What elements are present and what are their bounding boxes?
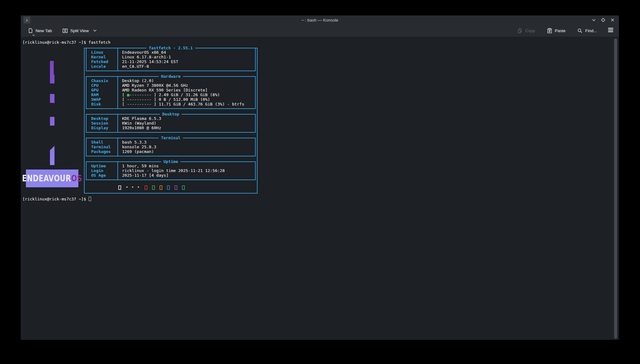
- fetch-label: Shell: [91, 140, 117, 145]
- copy-label: Copy: [525, 28, 535, 33]
- section-labels: UptimeLoginOS Age: [86, 162, 117, 180]
- palette-box: [118, 185, 121, 190]
- endeavouros-banner: ENDEAVOUROS: [26, 170, 78, 187]
- section-values: KDE Plasma 6.5.3KWin (Wayland)1920x1080 …: [117, 115, 255, 132]
- fetch-label: Locale: [91, 64, 117, 69]
- fetch-label: Desktop: [91, 116, 117, 121]
- fetch-value: en_CA.UTF-8: [122, 64, 255, 69]
- fetch-label: RAM: [91, 92, 117, 97]
- fastfetch-boxes: fastfetch - 2.55.1 LinuxKernelFetchedLoc…: [84, 48, 258, 194]
- fetch-label: CPU: [91, 83, 117, 88]
- window-title: ~ : bash — Konsole: [301, 18, 338, 22]
- maximize-button[interactable]: [599, 16, 607, 24]
- new-tab-label: New Tab: [36, 28, 52, 33]
- section-values: Desktop (2.0)AMD Ryzen 7 3800X @4.56 GHz…: [117, 77, 255, 108]
- maximize-icon: [601, 18, 605, 22]
- palette-box: [167, 185, 170, 190]
- palette-box: [160, 185, 162, 190]
- find-label: Find...: [585, 28, 597, 33]
- fetch-value: bash 5.3.3: [122, 140, 255, 145]
- fetch-value: Desktop (2.0): [122, 78, 255, 83]
- minimize-button[interactable]: [590, 16, 598, 24]
- copy-icon: [517, 28, 523, 33]
- new-tab-button[interactable]: New Tab: [26, 26, 54, 36]
- fetch-value: Linux 6.17.8-arch1-1: [122, 55, 255, 59]
- fetch-label: Kernel: [91, 55, 117, 59]
- fetch-label: Chassis: [91, 78, 117, 83]
- fetch-label: Disk: [91, 102, 117, 106]
- banner-text-endeavour: ENDEAVOUR: [22, 173, 71, 184]
- fetch-label: Login: [91, 168, 117, 173]
- search-icon: [577, 28, 583, 33]
- fetch-value: konsole 25.8.3: [122, 145, 255, 149]
- section-labels: ChassisCPUGPURAMSWAPDisk: [86, 77, 117, 108]
- fastfetch-outer-box: fastfetch - 2.55.1 LinuxKernelFetchedLoc…: [84, 48, 258, 194]
- chevron-down-icon: [93, 29, 97, 32]
- fetch-value: 1269 (pacman): [122, 149, 255, 154]
- fetch-label: GPU: [91, 88, 117, 92]
- scrollbar-thumb[interactable]: [614, 38, 617, 339]
- scrollbar-separator: [613, 37, 613, 340]
- close-icon: [610, 18, 615, 22]
- fetch-label: Linux: [91, 50, 117, 55]
- fetch-value: [ ■--------- ] 2.49 GiB / 31.26 GiB (8%): [122, 92, 255, 97]
- find-button[interactable]: Find...: [575, 26, 599, 36]
- fetch-value: 2025-11-17 [4 days]: [122, 173, 255, 178]
- konsole-icon[interactable]: ›: [23, 17, 30, 23]
- hamburger-icon: [608, 27, 614, 32]
- kde-logo-text: KDE: [50, 52, 55, 170]
- prompt-text: [ricklinux@rick-ms7c37 ~]$: [22, 197, 86, 201]
- fastfetch-section-hardware: HardwareChassisCPUGPURAMSWAPDiskDesktop …: [86, 76, 256, 109]
- prompt-line-1: [ricklinux@rick-ms7c37 ~]$ fastfetch: [22, 40, 609, 45]
- fetch-label: Terminal: [91, 145, 117, 149]
- fetch-label: Session: [91, 121, 117, 125]
- fetch-value: [ ---------- ] 11.71 GiB / 463.76 GiB (3…: [122, 102, 255, 106]
- close-button[interactable]: [609, 16, 616, 24]
- split-view-button[interactable]: Split View: [61, 26, 99, 36]
- fetch-value: AMD Radeon RX 590 Series [Discrete]: [122, 88, 255, 92]
- titlebar[interactable]: › ~ : bash — Konsole: [21, 16, 619, 24]
- color-palette: •••: [118, 185, 256, 190]
- palette-dot: •: [126, 185, 128, 190]
- section-values: 1 hour, 59 minsricklinux - login time 20…: [117, 162, 255, 180]
- terminal-area[interactable]: [ricklinux@rick-ms7c37 ~]$ fastfetch KDE…: [21, 37, 619, 340]
- window-controls: [590, 16, 616, 24]
- fetch-value: [ ---------- ] 0 B / 512.00 MiB (0%): [122, 97, 255, 102]
- fetch-value: KWin (Wayland): [122, 121, 255, 125]
- paste-button[interactable]: Paste: [545, 26, 568, 36]
- fastfetch-section-desktop: DesktopDesktopSessionDisplayKDE Plasma 6…: [86, 114, 256, 133]
- palette-box: [152, 185, 155, 190]
- minimize-icon: [592, 18, 596, 22]
- fetch-value: 1920x1080 @ 60Hz: [122, 125, 255, 130]
- palette-dot: •: [131, 185, 134, 190]
- chevron-down-icon: [32, 34, 35, 36]
- fastfetch-section-system: LinuxKernelFetchedLocaleEndeavourOS x86_…: [86, 48, 256, 71]
- fetch-label: Packages: [91, 149, 117, 154]
- section-labels: ShellTerminalPackages: [86, 138, 117, 156]
- split-view-label: Split View: [70, 28, 89, 33]
- fetch-label: Fetched: [91, 59, 117, 64]
- section-values: bash 5.3.3konsole 25.8.31269 (pacman): [117, 138, 255, 156]
- fetch-label: Display: [91, 125, 117, 130]
- palette-box: [175, 185, 177, 190]
- fetch-label: OS Age: [91, 173, 117, 178]
- palette-box: [145, 185, 147, 190]
- new-tab-icon: [28, 28, 33, 33]
- fastfetch-section-uptime: UptimeUptimeLoginOS Age1 hour, 59 minsri…: [86, 161, 256, 180]
- section-labels: DesktopSessionDisplay: [86, 115, 117, 132]
- fetch-label: SWAP: [91, 97, 117, 102]
- paste-icon: [547, 28, 552, 33]
- menu-button[interactable]: [608, 27, 614, 34]
- copy-button[interactable]: Copy: [515, 26, 537, 36]
- fetch-value: 21-11-2025 14:53:24 EST: [122, 59, 255, 64]
- palette-dot: •: [137, 185, 139, 190]
- section-labels: LinuxKernelFetchedLocale: [86, 48, 117, 71]
- split-view-icon: [62, 28, 68, 33]
- fastfetch-output: KDE ENDEAVOUROS fastfetch - 2.55.1 Linux…: [22, 47, 609, 194]
- fetch-value: KDE Plasma 6.5.3: [122, 116, 255, 121]
- banner-text-os: OS: [71, 173, 82, 184]
- fetch-value: AMD Ryzen 7 3800X @4.56 GHz: [122, 83, 255, 88]
- konsole-window: › ~ : bash — Konsole New Tab: [21, 15, 619, 340]
- fetch-value: ricklinux - login time 2025-11-21 12:56:…: [122, 168, 255, 173]
- prompt-line-2: [ricklinux@rick-ms7c37 ~]$: [22, 197, 609, 201]
